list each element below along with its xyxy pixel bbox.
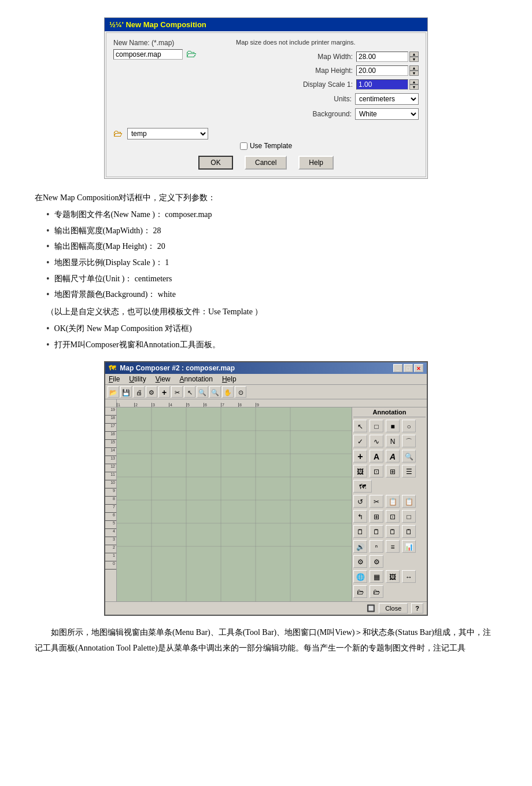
ok-button[interactable]: OK <box>198 156 233 170</box>
anno-s1[interactable]: 🗒 <box>353 525 367 538</box>
toolbar-print[interactable]: 🖨 <box>133 386 145 398</box>
toolbar-settings[interactable]: ⚙ <box>146 386 157 398</box>
menu-annotation[interactable]: Annotation <box>180 375 213 383</box>
anno-row-7: ↰ ⊞ ⊡ □ <box>353 510 426 523</box>
display-scale-input[interactable] <box>356 79 408 90</box>
filename-input[interactable] <box>113 49 183 60</box>
map-width-down[interactable]: ▼ <box>409 57 419 62</box>
anno-rect-outline[interactable]: □ <box>370 420 383 432</box>
anno-v4[interactable]: ↔ <box>402 570 416 583</box>
anno-v3[interactable]: 🖼 <box>386 570 400 583</box>
anno-row-9: 🔊 ⁿ ≡ 📊 <box>353 540 426 553</box>
anno-w1[interactable]: 🗁 <box>353 585 367 598</box>
background-select[interactable]: White Black <box>355 108 419 120</box>
map-height-spinner[interactable]: ▲ ▼ <box>409 65 419 76</box>
anno-arc[interactable]: ⌒ <box>402 435 416 447</box>
composer-title: Map Composer #2 : composer.map <box>120 364 235 372</box>
display-scale-down[interactable]: ▼ <box>409 85 419 90</box>
anno-u1[interactable]: ⚙ <box>353 555 367 568</box>
menu-utility[interactable]: Utility <box>129 375 146 383</box>
toolbar-pan[interactable]: ✋ <box>222 386 234 398</box>
anno-w2[interactable]: 🗁 <box>370 585 383 598</box>
close-button[interactable]: ✕ <box>414 364 423 372</box>
composer-titlebar: 🗺 Map Composer #2 : composer.map _ □ ✕ <box>105 362 427 374</box>
map-height-label: Map Height: <box>278 67 353 75</box>
anno-text-a[interactable]: A <box>370 450 383 462</box>
anno-t1[interactable]: 🔊 <box>353 540 367 553</box>
anno-grid[interactable]: ⊞ <box>386 465 400 478</box>
anno-v1[interactable]: 🌐 <box>353 570 367 583</box>
toolbar-open[interactable]: 📂 <box>108 386 119 398</box>
map-height-input[interactable] <box>356 65 408 76</box>
menu-file[interactable]: File <box>109 375 120 383</box>
maximize-button[interactable]: □ <box>404 364 413 372</box>
anno-row-12: 🗁 🗁 <box>353 585 426 598</box>
background-label: Background: <box>276 110 352 118</box>
display-scale-spinner[interactable]: ▲ ▼ <box>409 79 419 90</box>
use-template-checkbox[interactable] <box>240 142 247 150</box>
anno-map[interactable]: 🗺 <box>353 480 372 493</box>
anno-table[interactable]: ☰ <box>402 465 416 478</box>
composer-main: 19 18 17 16 15 14 13 12 11 10 9 8 7 6 5 … <box>105 407 427 601</box>
toolbar-target[interactable]: ⊙ <box>235 386 246 398</box>
anno-copy[interactable]: 📋 <box>386 495 400 508</box>
anno-magnify[interactable]: 🔍 <box>402 450 416 462</box>
anno-text-a-italic[interactable]: A <box>386 450 400 462</box>
menu-view[interactable]: View <box>156 375 171 383</box>
use-template-label: Use Template <box>250 142 292 150</box>
anno-circle[interactable]: ○ <box>402 420 416 432</box>
file-browse-icon[interactable]: 🗁 <box>186 48 197 60</box>
anno-cursor[interactable]: ↖ <box>353 420 367 432</box>
anno-t4[interactable]: 📊 <box>402 540 416 553</box>
units-select[interactable]: centimeters inches <box>355 93 419 105</box>
anno-n[interactable]: N <box>386 435 400 447</box>
minimize-button[interactable]: _ <box>393 364 402 372</box>
help-button[interactable]: Help <box>298 156 334 170</box>
anno-u2[interactable]: ⚙ <box>370 555 383 568</box>
anno-row-6: ↺ ✂ 📋 📋 <box>353 495 426 508</box>
map-area: 19 18 17 16 15 14 13 12 11 10 9 8 7 6 5 … <box>105 407 352 601</box>
toolbar-cut[interactable]: ✂ <box>171 386 183 398</box>
toolbar-save[interactable]: 💾 <box>120 386 132 398</box>
toolbar-zoomin[interactable]: 🔍 <box>197 386 208 398</box>
anno-square[interactable]: ■ <box>386 420 400 432</box>
composer-toolbar: 📂 💾 🖨 ⚙ + ✂ ↖ 🔍 🔍 ✋ ⊙ <box>105 385 427 399</box>
anno-check[interactable]: ✓ <box>353 435 367 447</box>
map-height-up[interactable]: ▲ <box>409 65 419 71</box>
anno-t3[interactable]: ≡ <box>386 540 400 553</box>
map-width-up[interactable]: ▲ <box>409 52 419 57</box>
toolbar-add[interactable]: + <box>158 386 170 398</box>
menu-help[interactable]: Help <box>222 375 237 383</box>
anno-r3[interactable]: ⊡ <box>386 510 400 523</box>
anno-v2[interactable]: ▦ <box>370 570 383 583</box>
note-text: （以上是自定义状态，也可以使用模板文件：Use Template ） <box>35 304 497 319</box>
display-scale-up[interactable]: ▲ <box>409 79 419 85</box>
anno-wave[interactable]: ∿ <box>370 435 383 447</box>
composer-title-icon: 🗺 <box>109 364 116 372</box>
toolbar-zoomout[interactable]: 🔍 <box>209 386 221 398</box>
composer-help-button[interactable]: ? <box>411 603 423 614</box>
map-height-down[interactable]: ▼ <box>409 71 419 76</box>
template-select[interactable]: temp <box>127 128 208 139</box>
bullet-item-7: •OK(关闭 New Map Composition 对话框) <box>46 321 497 336</box>
anno-paste[interactable]: 📋 <box>402 495 416 508</box>
anno-cut[interactable]: ✂ <box>370 495 383 508</box>
status-icon: 🔲 <box>367 604 375 612</box>
composer-close-button[interactable]: Close <box>379 603 408 614</box>
anno-s3[interactable]: 🗒 <box>386 525 400 538</box>
anno-undo[interactable]: ↺ <box>353 495 367 508</box>
cancel-button[interactable]: Cancel <box>245 156 287 170</box>
anno-plus[interactable]: + <box>353 450 367 462</box>
toolbar-pointer[interactable]: ↖ <box>184 386 195 398</box>
anno-image[interactable]: 🖼 <box>353 465 367 478</box>
map-width-input[interactable] <box>356 52 408 62</box>
anno-s2[interactable]: 🗒 <box>370 525 383 538</box>
anno-r4[interactable]: □ <box>402 510 416 523</box>
dialog-title: ½¼' New Map Composition <box>109 20 206 29</box>
anno-frame[interactable]: ⊡ <box>370 465 383 478</box>
anno-s4[interactable]: 🗒 <box>402 525 416 538</box>
map-width-spinner[interactable]: ▲ ▼ <box>409 52 419 62</box>
anno-r1[interactable]: ↰ <box>353 510 367 523</box>
anno-t2[interactable]: ⁿ <box>370 540 383 553</box>
anno-r2[interactable]: ⊞ <box>370 510 383 523</box>
